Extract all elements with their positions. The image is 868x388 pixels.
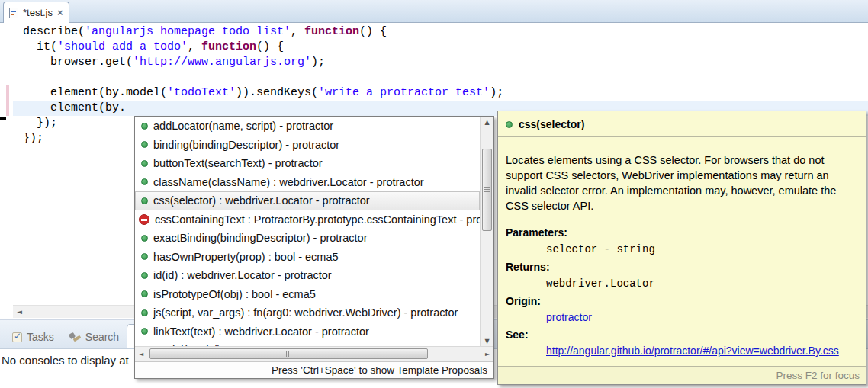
- doc-focus-hint: Press F2 for focus: [498, 366, 866, 384]
- scroll-up-icon[interactable]: ▲: [481, 117, 493, 129]
- code-line: [23, 70, 503, 85]
- method-icon: [141, 272, 148, 279]
- editor-tab-bar: *test.js ×: [0, 0, 868, 23]
- completion-item[interactable]: className(className) : webdriver.Locator…: [135, 173, 480, 192]
- completion-vertical-scrollbar[interactable]: ▲ ▼: [480, 117, 493, 346]
- content-assist-popup: addLocator(name, script) - protractor bi…: [134, 116, 494, 379]
- code-line: it('should add a todo', function() {: [23, 40, 503, 55]
- completion-item[interactable]: cssContainingText : ProtractorBy.prototy…: [135, 210, 480, 229]
- tab-tasks-label: Tasks: [27, 331, 54, 343]
- forbidden-icon: [139, 214, 149, 225]
- console-message-wrap: No consoles to display at: [0, 352, 134, 370]
- doc-body: Locates elements using a CSS selector. F…: [498, 137, 866, 366]
- scroll-down-icon[interactable]: ▼: [481, 335, 493, 346]
- doc-description: Locates elements using a CSS selector. F…: [506, 152, 858, 213]
- method-icon: [141, 328, 148, 335]
- completion-item-partial[interactable]: model(model) - protractor: [135, 341, 480, 346]
- console-message: No consoles to display at: [2, 354, 129, 367]
- doc-origin-label: Origin:: [506, 293, 858, 309]
- completion-list: addLocator(name, script) - protractor bi…: [135, 117, 493, 346]
- method-icon: [141, 309, 148, 316]
- search-icon: [69, 332, 81, 342]
- completion-item[interactable]: buttonText(searchText) - protractor: [135, 154, 480, 173]
- method-icon: [141, 178, 148, 185]
- change-indicator: [6, 85, 9, 116]
- method-icon: [141, 235, 148, 242]
- method-icon: [141, 141, 148, 148]
- doc-title: css(selector): [519, 118, 584, 130]
- method-icon: [506, 121, 513, 128]
- code-line: element(by.model('todoText')).sendKeys('…: [23, 85, 503, 101]
- tab-search-label: Search: [85, 331, 119, 343]
- tasks-icon: [12, 332, 22, 342]
- tab-tasks[interactable]: Tasks: [5, 325, 62, 348]
- doc-hover-popup: css(selector) Locates elements using a C…: [497, 111, 866, 385]
- tab-testjs[interactable]: *test.js ×: [3, 2, 69, 23]
- doc-see-link[interactable]: http://angular.github.io/protractor/#/ap…: [546, 345, 839, 357]
- completion-status-message: Press 'Ctrl+Space' to show Template Prop…: [135, 361, 493, 378]
- doc-parameters-value: selector - string: [546, 243, 655, 255]
- close-icon[interactable]: ×: [57, 8, 63, 18]
- completion-horizontal-scrollbar[interactable]: ◄ ►: [135, 346, 493, 361]
- scroll-left-icon[interactable]: ◄: [135, 347, 147, 361]
- method-icon: [141, 160, 148, 167]
- code-line-current: element(by.: [23, 101, 503, 116]
- completion-item[interactable]: id(id) : webdriver.Locator - protractor: [135, 266, 480, 285]
- doc-parameters-label: Parameters:: [506, 225, 858, 240]
- completion-item[interactable]: js(script, var_args) : fn(arg0: webdrive…: [135, 303, 480, 322]
- scroll-right-icon[interactable]: ►: [481, 347, 493, 361]
- completion-item[interactable]: isPrototypeOf(obj) : bool - ecma5: [135, 285, 480, 304]
- completion-item[interactable]: binding(bindingDescriptor) - protractor: [135, 136, 480, 155]
- js-file-icon: [9, 8, 18, 18]
- vertical-scroll-thumb[interactable]: [482, 149, 492, 231]
- scroll-left-icon[interactable]: ◄: [13, 306, 26, 319]
- eclipse-window: *test.js × describe('angularjs homepage …: [0, 0, 868, 388]
- tab-title: *test.js: [23, 7, 53, 18]
- doc-returns-label: Returns:: [506, 259, 858, 274]
- completion-item-selected[interactable]: css(selector) : webdriver.Locator - prot…: [135, 191, 480, 210]
- doc-see-label: See:: [506, 327, 858, 342]
- code-line: describe('angularjs homepage todo list',…: [23, 24, 503, 40]
- editor-gutter: [0, 23, 13, 319]
- horizontal-scroll-thumb[interactable]: [149, 348, 428, 359]
- method-icon: [141, 253, 148, 260]
- completion-item[interactable]: hasOwnProperty(prop) : bool - ecma5: [135, 248, 480, 267]
- method-icon: [141, 197, 148, 204]
- method-icon: [141, 123, 148, 130]
- completion-item[interactable]: addLocator(name, script) - protractor: [135, 117, 480, 136]
- method-icon: [141, 290, 148, 297]
- completion-item[interactable]: linkText(text) : webdriver.Locator - pro…: [135, 322, 480, 342]
- doc-returns-value: webdriver.Locator: [546, 277, 655, 290]
- doc-origin-link[interactable]: protractor: [546, 311, 592, 323]
- gutter-marker: [0, 117, 6, 120]
- doc-header: css(selector): [498, 111, 866, 136]
- tab-search[interactable]: Search: [62, 325, 127, 348]
- completion-item[interactable]: exactBinding(bindingDescriptor) - protra…: [135, 229, 480, 248]
- code-line: browser.get('http://www.angularjs.org');: [23, 55, 503, 70]
